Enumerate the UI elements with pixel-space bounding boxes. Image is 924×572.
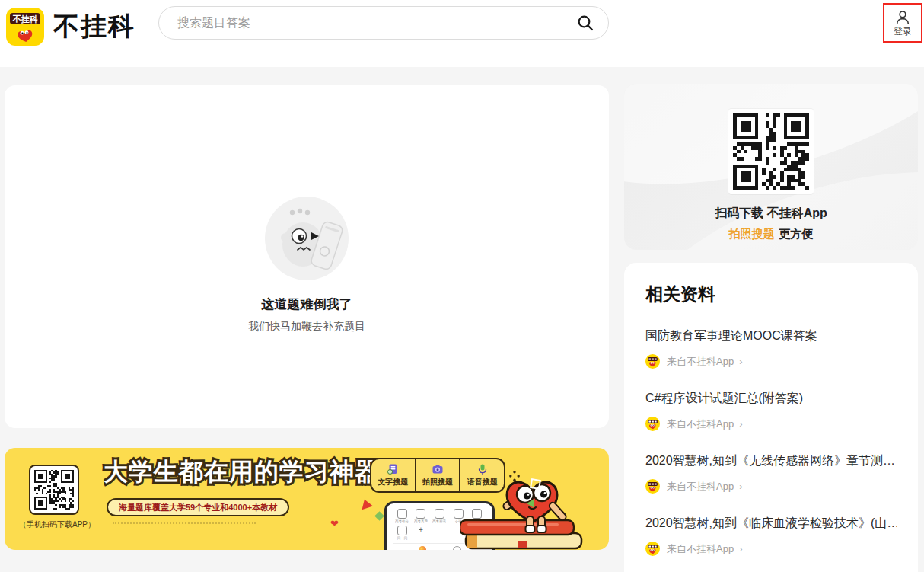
- qr-card-rest: 更方便: [779, 227, 814, 240]
- feature-text-search: 文字搜题: [371, 459, 415, 491]
- chevron-right-icon: ›: [739, 356, 742, 367]
- search-icon[interactable]: [576, 14, 594, 32]
- heart-mascot-on-books: [460, 478, 609, 550]
- red-triangle-decoration: [362, 500, 374, 513]
- qr-card-line1: 扫码下载 不挂科App: [624, 206, 918, 222]
- voice-search-icon: [476, 463, 489, 475]
- user-icon: [894, 9, 911, 26]
- related-source-row[interactable]: 来自不挂科App ›: [645, 354, 897, 369]
- download-qr-code: [728, 109, 814, 194]
- app-promo-banner[interactable]: （手机扫码下载APP） 大学生都在用的学习神器 海量题库覆盖大学59个专业和40…: [5, 448, 609, 550]
- chevron-right-icon: ›: [739, 543, 742, 554]
- app-logo[interactable]: 不挂科 不挂科: [6, 8, 135, 46]
- chevron-right-icon: ›: [739, 481, 742, 492]
- banner-dotted-line: [113, 522, 256, 524]
- banner-qr-caption: （手机扫码下载APP）: [15, 519, 99, 530]
- camera-search-icon: [432, 463, 444, 475]
- mini-app-logo-icon: [645, 354, 660, 369]
- related-item[interactable]: C#程序设计试题汇总(附答案) 来自不挂科App ›: [645, 391, 897, 431]
- mini-app-logo-icon: [645, 417, 660, 431]
- related-source-row[interactable]: 来自不挂科App ›: [645, 542, 897, 556]
- green-triangle-decoration: [527, 499, 534, 508]
- banner-headline: 大学生都在用的学习神器: [104, 455, 380, 489]
- related-item[interactable]: 2020智慧树,知到《临床血液学检验技术》(山… 来自不挂科App ›: [645, 516, 897, 556]
- logo-badge-text: 不挂科: [12, 14, 39, 24]
- related-item[interactable]: 国防教育军事理论MOOC课答案 来自不挂科App ›: [645, 328, 897, 369]
- chevron-right-icon: ›: [739, 418, 742, 430]
- related-heading: 相关资料: [645, 283, 897, 306]
- text-search-icon: [387, 463, 399, 475]
- app-logo-icon: 不挂科: [6, 8, 44, 46]
- empty-state-subtitle: 我们快马加鞭去补充题目: [5, 320, 609, 334]
- banner-tagline-pill: 海量题库覆盖大学59个专业和4000+本教材: [107, 498, 289, 516]
- app-wordmark: 不挂科: [53, 9, 135, 44]
- qr-card-highlight: 拍照搜题: [729, 227, 775, 240]
- search-bar[interactable]: [158, 6, 609, 40]
- empty-state-card: 这道题难倒我了 我们快马加鞭去补充题目: [5, 85, 609, 428]
- related-materials-card: 相关资料 国防教育军事理论MOOC课答案 来自不挂科App › C#程序设计试题…: [624, 263, 918, 572]
- mini-app-logo-icon: [645, 542, 660, 556]
- login-button[interactable]: 登录: [883, 3, 922, 43]
- mini-app-logo-icon: [645, 479, 660, 494]
- search-input[interactable]: [176, 15, 576, 30]
- green-diamond-decoration: [374, 511, 384, 521]
- related-source-row[interactable]: 来自不挂科App ›: [645, 479, 897, 494]
- small-heart-decoration: ❤: [330, 518, 339, 529]
- empty-mascot-illustration: [265, 197, 349, 280]
- download-qr-card: 扫码下载 不挂科App 拍照搜题更方便: [624, 84, 918, 250]
- related-source-row[interactable]: 来自不挂科App ›: [645, 417, 897, 431]
- sparkle-decoration: [509, 471, 520, 481]
- login-label: 登录: [894, 26, 912, 37]
- phone-app-icon: [419, 546, 426, 550]
- empty-state-title: 这道题难倒我了: [5, 296, 609, 313]
- banner-qr-code: [29, 465, 79, 515]
- feature-photo-search: 拍照搜题: [415, 459, 460, 491]
- square-decoration: [530, 478, 541, 490]
- header: 不挂科 不挂科 登录: [0, 0, 924, 67]
- qr-card-line2: 拍照搜题更方便: [624, 227, 918, 241]
- related-item[interactable]: 2020智慧树,知到《无线传感器网络》章节测… 来自不挂科App ›: [645, 453, 897, 494]
